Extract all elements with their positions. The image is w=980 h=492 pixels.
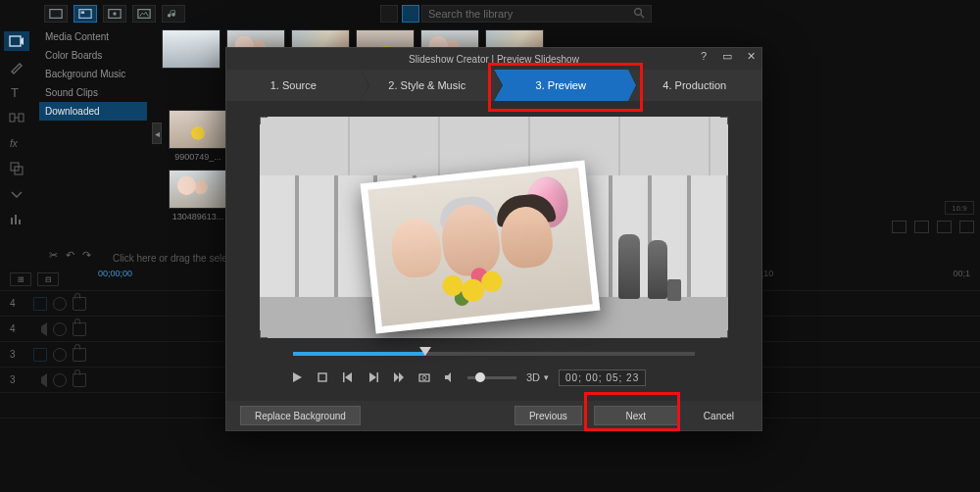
side-item-downloaded[interactable]: Downloaded bbox=[39, 102, 147, 121]
dialog-titlebar[interactable]: Slideshow Creator | Preview Slideshow ? … bbox=[226, 48, 761, 70]
volume-icon[interactable] bbox=[892, 221, 906, 233]
snapshot-icon[interactable] bbox=[914, 221, 929, 233]
ruler-tick: 00;1 bbox=[953, 269, 970, 284]
play-icon[interactable] bbox=[289, 369, 305, 385]
popout-icon[interactable] bbox=[959, 221, 974, 233]
fullscreen-icon[interactable] bbox=[937, 221, 952, 233]
side-item-color-boards[interactable]: Color Boards bbox=[39, 46, 147, 65]
thumb-item[interactable] bbox=[162, 29, 220, 83]
svg-rect-18 bbox=[318, 373, 326, 381]
video-track-icon[interactable] bbox=[33, 297, 47, 311]
stop-icon[interactable] bbox=[315, 369, 330, 385]
step-style-music[interactable]: 2. Style & Music bbox=[361, 70, 495, 101]
media-tab-4[interactable] bbox=[132, 5, 156, 23]
mode-b-icon[interactable]: ⊟ bbox=[37, 272, 59, 286]
audio-track-icon[interactable] bbox=[33, 322, 47, 336]
view-list-icon[interactable] bbox=[380, 5, 398, 23]
dialog-footer: Replace Background Previous Next Cancel bbox=[226, 401, 761, 430]
panel-collapse-handle[interactable]: ◂ bbox=[152, 123, 162, 144]
left-toolbar: T fx bbox=[0, 27, 33, 233]
tool-effect[interactable] bbox=[4, 57, 29, 76]
lock-icon[interactable] bbox=[73, 348, 86, 362]
volume-icon[interactable] bbox=[442, 369, 458, 385]
next-button[interactable]: Next bbox=[594, 406, 678, 425]
media-tab-2[interactable] bbox=[74, 5, 97, 23]
side-item-sound-clips[interactable]: Sound Clips bbox=[39, 83, 147, 102]
thumb-caption: 9900749_... bbox=[169, 152, 227, 162]
thumb-caption: 130489613... bbox=[169, 212, 227, 221]
side-item-media-content[interactable]: Media Content bbox=[39, 27, 147, 46]
track-number: 3 bbox=[10, 374, 24, 385]
library-category-list: Media Content Color Boards Background Mu… bbox=[39, 27, 147, 121]
media-tab-1[interactable] bbox=[44, 5, 68, 23]
prev-frame-icon[interactable] bbox=[340, 369, 356, 385]
wizard-steps: 1. Source 2. Style & Music 3. Preview 4.… bbox=[226, 70, 761, 101]
side-item-background-music[interactable]: Background Music bbox=[39, 65, 147, 83]
media-tab-3[interactable] bbox=[103, 5, 126, 23]
help-icon[interactable]: ? bbox=[697, 50, 710, 63]
tool-more[interactable] bbox=[4, 184, 29, 204]
bouquet-shape bbox=[435, 262, 517, 315]
video-track-icon[interactable] bbox=[33, 348, 47, 362]
foreground-photo[interactable] bbox=[361, 160, 601, 333]
library-search[interactable]: Search the library bbox=[421, 5, 652, 23]
cancel-button[interactable]: Cancel bbox=[690, 406, 748, 425]
tool-audio-mix[interactable] bbox=[4, 210, 29, 229]
replace-background-button[interactable]: Replace Background bbox=[240, 406, 361, 425]
media-tab-5[interactable] bbox=[162, 5, 185, 23]
lock-icon[interactable] bbox=[73, 322, 86, 336]
step-preview[interactable]: 3. Preview bbox=[494, 70, 628, 101]
step-label: 4. Production bbox=[662, 79, 726, 91]
preview-panel-buttons bbox=[892, 221, 974, 233]
maximize-icon[interactable]: ▭ bbox=[720, 50, 734, 63]
aspect-ratio-badge[interactable]: 16:9 bbox=[945, 201, 974, 215]
three-d-dropdown[interactable]: 3D ▾ bbox=[526, 371, 549, 383]
redo-icon[interactable]: ↷ bbox=[82, 249, 91, 262]
close-icon[interactable]: ✕ bbox=[744, 50, 758, 63]
timecode-display[interactable]: 00; 00; 05; 23 bbox=[559, 369, 646, 386]
lock-icon[interactable] bbox=[73, 297, 86, 311]
svg-point-22 bbox=[422, 376, 426, 380]
previous-button[interactable]: Previous bbox=[514, 406, 582, 425]
audio-track-icon[interactable] bbox=[33, 373, 47, 387]
tool-transition[interactable] bbox=[4, 108, 29, 127]
transport-controls: 3D ▾ 00; 00; 05; 23 bbox=[289, 366, 699, 389]
svg-point-4 bbox=[113, 12, 117, 16]
scrubber-handle-icon[interactable] bbox=[419, 347, 431, 356]
tool-text[interactable]: T bbox=[4, 82, 29, 102]
playback-scrubber[interactable] bbox=[293, 352, 695, 356]
step-source[interactable]: 1. Source bbox=[226, 70, 361, 101]
ruler-tick: 00;00;00 bbox=[98, 269, 132, 284]
thumb-item[interactable]: 130489613... bbox=[169, 170, 227, 223]
svg-line-7 bbox=[641, 15, 644, 18]
tool-fx[interactable]: fx bbox=[4, 133, 29, 153]
view-grid-icon[interactable] bbox=[402, 5, 419, 23]
visibility-icon[interactable] bbox=[53, 297, 67, 311]
chevron-down-icon: ▾ bbox=[544, 372, 549, 382]
fast-forward-icon[interactable] bbox=[391, 369, 407, 385]
lock-icon[interactable] bbox=[73, 373, 86, 387]
visibility-icon[interactable] bbox=[53, 322, 67, 336]
visibility-icon[interactable] bbox=[53, 373, 67, 387]
next-frame-icon[interactable] bbox=[366, 369, 381, 385]
svg-rect-8 bbox=[10, 36, 21, 46]
svg-rect-16 bbox=[15, 215, 17, 224]
track-number: 4 bbox=[10, 298, 24, 309]
svg-point-6 bbox=[635, 9, 642, 16]
volume-slider[interactable] bbox=[467, 376, 516, 379]
slideshow-creator-dialog: Slideshow Creator | Preview Slideshow ? … bbox=[225, 47, 762, 431]
timeline-mode-buttons: ⊞ ⊟ bbox=[10, 272, 59, 286]
mode-a-icon[interactable]: ⊞ bbox=[10, 272, 31, 286]
visibility-icon[interactable] bbox=[53, 348, 67, 362]
step-production[interactable]: 4. Production bbox=[628, 70, 762, 101]
tool-overlay[interactable] bbox=[4, 159, 29, 178]
volume-knob[interactable] bbox=[475, 372, 485, 382]
svg-rect-0 bbox=[50, 10, 62, 19]
svg-rect-10 bbox=[10, 114, 15, 122]
thumb-item[interactable]: 9900749_... bbox=[169, 110, 227, 164]
undo-icon[interactable]: ↶ bbox=[66, 249, 74, 262]
cut-icon[interactable]: ✂ bbox=[49, 249, 58, 262]
tool-media-room[interactable] bbox=[4, 31, 29, 51]
snapshot-icon[interactable] bbox=[416, 369, 432, 385]
step-label: 2. Style & Music bbox=[388, 79, 466, 91]
